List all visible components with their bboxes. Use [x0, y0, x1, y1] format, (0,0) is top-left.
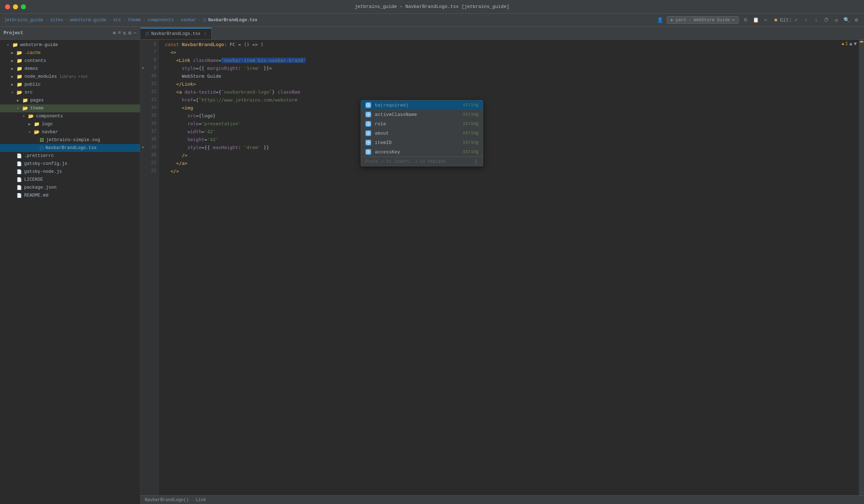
status-fn: NavbarBrandLogo() [145, 498, 189, 503]
add-content-icon[interactable]: ⊕ [113, 30, 116, 36]
search-everywhere-icon[interactable]: 🔍 [843, 17, 850, 23]
nav-up-icon[interactable]: ▲ [849, 41, 852, 47]
ac-item-to[interactable]: to(required) string [361, 100, 483, 110]
ac-item-itemid[interactable]: itemID string [361, 138, 483, 147]
code-line-19: style={{ maxHeight: '4rem' }} [159, 143, 859, 151]
gutter-11: 11 [140, 80, 159, 88]
tree-item-contents[interactable]: ▶ 📁 contents [0, 57, 140, 65]
tree-item-navbar-brand-logo-label: NavbarBrandLogo.tsx [45, 145, 97, 150]
ac-name-role: role [375, 121, 459, 127]
gutter-8: 8 [140, 56, 159, 64]
maximize-button[interactable] [21, 4, 26, 9]
tree-item-demos[interactable]: ▶ 📁 demos [0, 65, 140, 73]
minimize-button[interactable] [13, 4, 18, 9]
code-line-6: const NavbarBrandLogo: FC = () => ( [159, 40, 859, 48]
tree-item-navbar[interactable]: ▾ 📂 navbar [0, 128, 140, 136]
tree-item-logo[interactable]: ▶ 📁 logo [0, 120, 140, 128]
ac-footer: Press ↩ to insert, ⇥ to replace ⋮ [361, 157, 483, 166]
git-commit-icon[interactable]: ✓ [793, 17, 799, 23]
ac-item-role[interactable]: role string [361, 119, 483, 129]
breadcrumb-components[interactable]: components [148, 18, 174, 23]
ac-icon-to [365, 102, 371, 108]
stop-icon[interactable]: ■ [773, 17, 779, 23]
code-line-20: /> [159, 151, 859, 159]
tree-item-public[interactable]: ▶ 📁 public [0, 81, 140, 89]
tree-item-components[interactable]: ▾ 📂 components [0, 112, 140, 120]
main-layout: Project ⊕ ≡ ⇅ ⚙ — ▾ 📁 webstorm-guide ▶ � [0, 27, 864, 504]
sort-icon[interactable]: ⇅ [123, 30, 126, 36]
tree-item-pages-label: pages [30, 98, 44, 103]
code-line-22: </> [159, 167, 859, 175]
tree-item-readme[interactable]: ▶ 📄 README.md [0, 192, 140, 199]
breadcrumb-project[interactable]: jetbrains_guide [4, 18, 43, 23]
cut-icon[interactable]: ✂ [762, 17, 769, 23]
close-button[interactable] [5, 4, 10, 9]
gutter-6: 6 [140, 40, 159, 48]
git-push-icon[interactable]: ↑ [803, 17, 809, 23]
toolbar-right: 👤 ▶ yarn - WebStorm Guide ▾ ⎘ 📋 ✂ ■ Git:… [657, 16, 860, 24]
editor-code-view[interactable]: const NavbarBrandLogo: FC = () => ( <> <… [159, 40, 859, 495]
nav-down-icon[interactable]: ▼ [854, 41, 857, 47]
history-icon[interactable]: ⏱ [823, 17, 829, 23]
autocomplete-popup: to(required) string activeClassName stri… [361, 100, 483, 166]
tree-item-gatsby-node[interactable]: ▶ 📄 gatsby-node.js [0, 168, 140, 176]
gutter-exec-icon-19: ● [142, 145, 144, 149]
run-config-selector[interactable]: ▶ yarn - WebStorm Guide ▾ [667, 16, 739, 24]
breadcrumb-navbar[interactable]: navbar [181, 18, 196, 23]
gutter-13: 13 [140, 96, 159, 104]
tab-label: NavbarBrandLogo.tsx [151, 31, 201, 36]
code-line-15: src={logo} [159, 112, 859, 120]
code-line-18: height='42' [159, 135, 859, 143]
gutter-17: 17 [140, 127, 159, 135]
breadcrumb-file[interactable]: NavbarBrandLogo.tsx [208, 18, 257, 23]
breadcrumb-sites[interactable]: sites [50, 18, 63, 23]
svg-point-7 [368, 132, 369, 134]
tree-item-prettier[interactable]: ▶ 📄 .prettierrc [0, 152, 140, 160]
tree-item-gatsby-config[interactable]: ▶ 📄 gatsby-config.js [0, 160, 140, 168]
ac-icon-activeclassname [365, 112, 371, 117]
tree-item-node-modules-type: library root [59, 75, 88, 79]
paste-icon[interactable]: 📋 [752, 17, 759, 23]
gear-icon[interactable]: ⚙ [128, 30, 131, 36]
tree-item-theme[interactable]: ▾ 📂 theme [0, 104, 140, 112]
tree-item-components-label: components [36, 114, 63, 119]
status-breadcrumb: NavbarBrandLogo() › Link [145, 498, 206, 503]
tree-root[interactable]: ▾ 📁 webstorm-guide [0, 41, 140, 49]
breadcrumb-theme[interactable]: theme [128, 18, 141, 23]
collapse-all-icon[interactable]: ≡ [118, 30, 121, 36]
vcs-icon[interactable]: 👤 [657, 17, 663, 23]
svg-point-9 [368, 142, 369, 143]
tree-item-pages[interactable]: ▶ 📁 pages [0, 96, 140, 104]
tree-item-cache[interactable]: ▶ 📂 .cache [0, 49, 140, 57]
close-sidebar-icon[interactable]: — [134, 30, 136, 36]
tree-item-package-json[interactable]: ▶ 📄 package.json [0, 184, 140, 192]
tree-item-label: webstorm-guide [20, 42, 58, 48]
git-pull-icon[interactable]: ↓ [813, 17, 819, 23]
tree-item-src-label: src [24, 90, 33, 95]
breadcrumb-webstorm-guide[interactable]: webstorm-guide [70, 18, 106, 23]
tree-item-navbar-brand-logo[interactable]: ▶ ⬡ NavbarBrandLogo.tsx [0, 144, 140, 152]
ac-more-button[interactable]: ⋮ [473, 158, 478, 165]
tree-item-license[interactable]: ▶ 📄 LICENSE [0, 176, 140, 184]
gutter-15: 15 [140, 112, 159, 120]
editor-right-scrollbar[interactable] [859, 40, 864, 495]
ac-type-to: string [463, 103, 478, 108]
run-config-label: yarn - WebStorm Guide [676, 18, 730, 23]
revert-icon[interactable]: ↺ [833, 17, 840, 23]
gutter-12: 12 [140, 88, 159, 96]
copy-icon[interactable]: ⎘ [742, 17, 749, 23]
tab-close-button[interactable]: × [204, 32, 207, 36]
gutter-14: 14 [140, 104, 159, 112]
gutter-10: 10 [140, 72, 159, 80]
breadcrumb-src[interactable]: src [113, 18, 121, 23]
tree-item-node-modules[interactable]: ▶ 📁 node_modules library root [0, 73, 140, 81]
tree-item-src[interactable]: ▾ 📂 src [0, 89, 140, 96]
gutter-22: 22 [140, 167, 159, 175]
editor-tab-navbar-brand-logo[interactable]: ⬡ NavbarBrandLogo.tsx × [140, 28, 212, 39]
settings-icon[interactable]: ⚙ [853, 17, 860, 23]
ac-type-accesskey: string [463, 149, 478, 154]
ac-item-accesskey[interactable]: accessKey string [361, 147, 483, 157]
ac-item-activeclassname[interactable]: activeClassName string [361, 110, 483, 119]
tree-item-svg[interactable]: ▶ 🖼 jetbrains-simple.svg [0, 136, 140, 144]
ac-item-about[interactable]: about string [361, 129, 483, 138]
